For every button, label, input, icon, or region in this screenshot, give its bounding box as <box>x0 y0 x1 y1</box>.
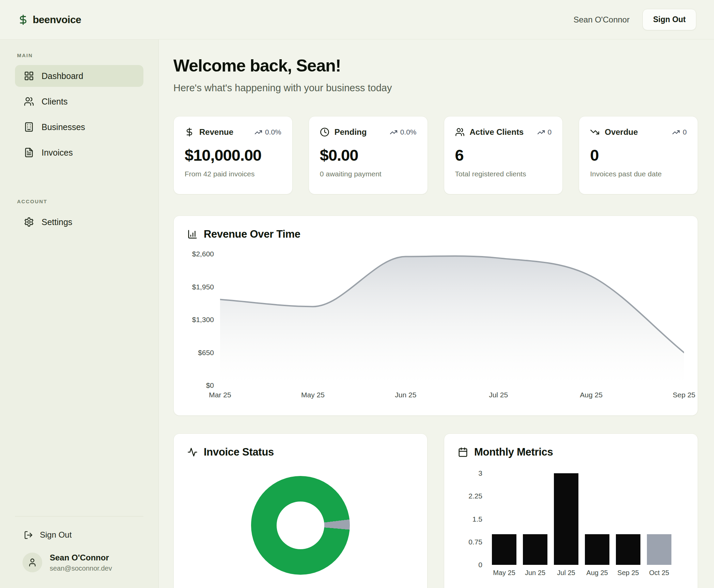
avatar <box>22 553 42 572</box>
stat-trend-value: 0 <box>548 128 552 136</box>
y-tick: 0 <box>478 561 482 569</box>
stat-trend-value: 0.0% <box>265 128 281 136</box>
trending-down-icon <box>590 127 600 137</box>
sidebar-item-label: Dashboard <box>42 71 83 81</box>
sidebar-item-invoices[interactable]: Invoices <box>15 142 143 163</box>
revenue-area-chart <box>220 254 684 385</box>
bar-column: Oct 25 <box>647 473 671 578</box>
user-icon <box>28 558 37 567</box>
sidebar-item-label: Settings <box>42 217 72 227</box>
revenue-chart: $2,600 $1,950 $1,300 $650 $0 <box>187 254 684 401</box>
layout: MAIN Dashboard Clients Businesses Invoic… <box>0 39 714 588</box>
invoice-status-title: Invoice Status <box>204 446 274 458</box>
bar-label: Sep 25 <box>616 569 640 578</box>
stat-label: Pending <box>335 127 367 137</box>
monthly-bars: May 25Jun 25Jul 25Aug 25Sep 25Oct 25 <box>492 473 671 578</box>
page-title: Welcome back, Sean! <box>173 56 698 76</box>
y-tick: 3 <box>478 469 482 477</box>
trending-up-icon <box>537 128 545 136</box>
stat-caption: 0 awaiting payment <box>320 170 417 178</box>
bar-chart-icon <box>187 229 198 239</box>
sign-out-button[interactable]: Sign Out <box>642 9 696 30</box>
invoice-status-card: Invoice Status <box>173 433 428 588</box>
file-text-icon <box>24 147 34 158</box>
stat-caption: Invoices past due date <box>590 170 687 178</box>
activity-icon <box>187 447 198 457</box>
revenue-chart-title: Revenue Over Time <box>204 228 300 240</box>
x-tick: Jul 25 <box>489 391 508 399</box>
sidebar-section-account-label: ACCOUNT <box>17 198 143 204</box>
monthly-metrics-chart: 3 2.25 1.5 0.75 0 May 25Jun 25Jul 25Aug … <box>458 473 684 578</box>
sidebar-user-email: sean@soconnor.dev <box>50 565 112 572</box>
trending-up-icon <box>390 128 398 136</box>
bar-label: Jun 25 <box>523 569 547 578</box>
bar-label: Oct 25 <box>647 569 671 578</box>
stat-trend: 0 <box>672 128 687 136</box>
building-icon <box>24 122 34 132</box>
stat-label: Overdue <box>605 127 638 137</box>
stat-trend-value: 0 <box>683 128 687 136</box>
sidebar-item-dashboard[interactable]: Dashboard <box>15 65 143 87</box>
brand-name: beenvoice <box>33 14 81 26</box>
y-tick: $1,300 <box>192 316 214 324</box>
brand-logo[interactable]: beenvoice <box>18 14 81 26</box>
x-tick: Aug 25 <box>580 391 603 399</box>
stat-card-revenue: Revenue 0.0% $10,000.00 From 42 paid inv… <box>173 116 293 194</box>
calendar-icon <box>458 447 468 457</box>
gear-icon <box>24 217 34 227</box>
sidebar-item-businesses[interactable]: Businesses <box>15 116 143 138</box>
sidebar-section-main-label: MAIN <box>17 52 143 58</box>
bar-column: Aug 25 <box>585 473 609 578</box>
bar-label: May 25 <box>492 569 516 578</box>
sidebar-sign-out-label: Sign Out <box>40 530 72 540</box>
bar <box>492 534 516 565</box>
stat-trend-value: 0.0% <box>400 128 417 136</box>
sidebar-item-settings[interactable]: Settings <box>15 211 143 233</box>
top-bar-right: Sean O'Connor Sign Out <box>573 9 696 30</box>
stat-trend: 0.0% <box>254 128 281 136</box>
x-tick: Sep 25 <box>673 391 696 399</box>
brand-name-bold: been <box>33 14 56 25</box>
y-tick: $1,950 <box>192 283 214 291</box>
stat-card-overdue: Overdue 0 0 Invoices past due date <box>579 116 698 194</box>
stat-caption: Total registered clients <box>455 170 552 178</box>
clock-icon <box>320 127 329 137</box>
y-tick: 0.75 <box>468 538 482 546</box>
stat-card-pending: Pending 0.0% $0.00 0 awaiting payment <box>309 116 428 194</box>
sidebar-item-label: Businesses <box>42 122 85 132</box>
sidebar-item-clients[interactable]: Clients <box>15 91 143 112</box>
sidebar-user: Sean O'Connor sean@soconnor.dev <box>15 553 143 572</box>
bar-column: May 25 <box>492 473 516 578</box>
revenue-y-axis: $2,600 $1,950 $1,300 $650 $0 <box>187 254 220 385</box>
sidebar-sign-out[interactable]: Sign Out <box>15 525 143 544</box>
stat-trend: 0.0% <box>390 128 417 136</box>
stat-trend: 0 <box>537 128 552 136</box>
invoice-status-donut-chart <box>251 476 350 575</box>
page-subtitle: Here's what's happening with your busine… <box>173 82 698 94</box>
users-icon <box>24 96 34 107</box>
bar-column: Jun 25 <box>523 473 547 578</box>
revenue-over-time-card: Revenue Over Time $2,600 $1,950 $1,300 $… <box>173 216 698 416</box>
monthly-metrics-title: Monthly Metrics <box>474 446 553 458</box>
bar <box>585 534 609 565</box>
stat-value: $0.00 <box>320 146 417 164</box>
sidebar: MAIN Dashboard Clients Businesses Invoic… <box>0 39 159 588</box>
monthly-metrics-y-axis: 3 2.25 1.5 0.75 0 <box>461 473 482 565</box>
sidebar-divider <box>15 516 143 517</box>
log-out-icon <box>24 530 33 540</box>
bar <box>616 534 640 565</box>
monthly-metrics-card: Monthly Metrics 3 2.25 1.5 0.75 0 May 25… <box>444 433 698 588</box>
stat-label: Active Clients <box>470 127 524 137</box>
bar <box>554 473 578 565</box>
dollar-sign-icon <box>185 127 194 137</box>
x-tick: May 25 <box>301 391 325 399</box>
sidebar-footer: Sign Out Sean O'Connor sean@soconnor.dev <box>15 516 143 572</box>
y-tick: $2,600 <box>192 250 214 258</box>
dollar-sign-icon <box>18 14 29 25</box>
bar-label: Aug 25 <box>585 569 609 578</box>
trending-up-icon <box>254 128 262 136</box>
stat-value: $10,000.00 <box>185 146 281 164</box>
stat-label: Revenue <box>199 127 233 137</box>
y-tick: 2.25 <box>468 492 482 500</box>
header-user-name: Sean O'Connor <box>573 15 630 25</box>
